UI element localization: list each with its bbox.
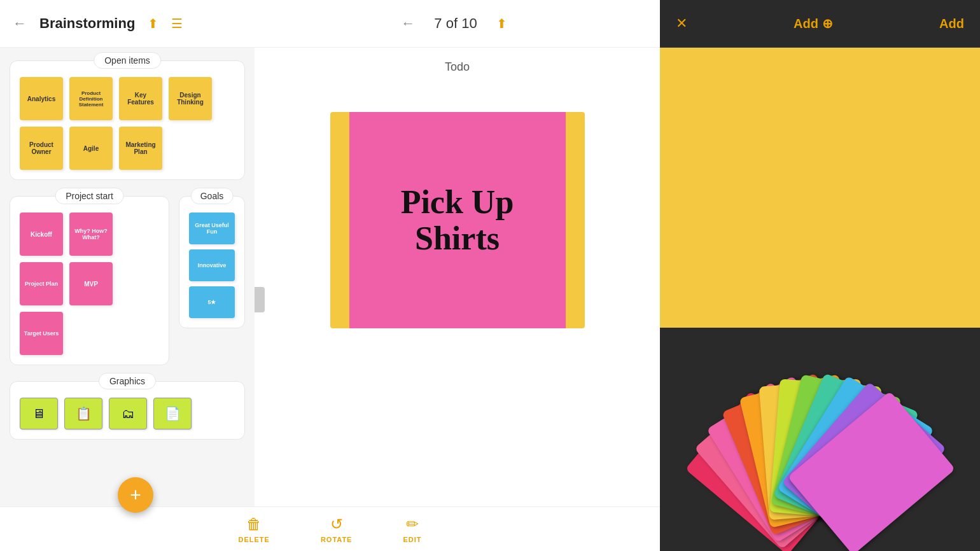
canvas-area: Todo Pick UpShirts [255,48,660,551]
delete-label: DELETE [238,536,269,543]
page-title: Brainstorming [39,15,135,32]
list-item[interactable]: Analytics [20,77,63,120]
open-items-grid: Analytics Product Definition Statement K… [20,71,235,170]
open-items-section: Open items Analytics Product Definition … [10,60,245,180]
goals-board: Goals Great Useful Fun Innovative 5★ [179,196,245,328]
canvas-side-right [566,112,585,328]
graphics-section: Graphics 🖥 📋 🗂 📄 [10,381,245,440]
project-start-section: Project start Kickoff Why? How? What? Pr… [10,196,169,365]
share-icon[interactable]: ⬆ [148,16,158,31]
list-item[interactable]: Product Definition Statement [69,77,113,120]
list-item[interactable]: Great Useful Fun [189,213,235,244]
edit-label: EDIT [403,536,421,543]
project-grid: Kickoff Why? How? What? Project Plan MVP… [20,206,159,355]
list-item[interactable]: Kickoff [20,213,63,256]
add-label-text: Add [794,17,818,31]
bottom-toolbar: 🗑 DELETE ↺ ROTATE ✏ EDIT [0,506,660,551]
graphics-thumbnails: 🖥 📋 🗂 📄 [20,391,235,429]
list-item[interactable]: Product Owner [20,127,63,170]
color-palette-area [660,328,980,551]
project-goals-row: Project start Kickoff Why? How? What? Pr… [10,196,245,365]
list-item[interactable]: Design Thinking [169,77,212,120]
sidebar: Open items Analytics Product Definition … [0,48,255,551]
list-item[interactable]: Project Plan [20,262,63,305]
graphics-label: Graphics [99,373,156,389]
add-fab-button[interactable]: + [118,477,153,513]
edit-icon: ✏ [406,515,419,533]
graphics-board: Graphics 🖥 📋 🗂 📄 [10,381,245,440]
todo-label: Todo [445,60,470,74]
list-item[interactable]: Agile [69,127,113,170]
delete-icon: 🗑 [246,515,262,533]
rotate-button[interactable]: ↺ ROTATE [321,515,353,543]
back-button[interactable]: ← [13,15,27,32]
nav-counter: 7 of 10 [434,15,477,32]
goals-section: Goals Great Useful Fun Innovative 5★ [179,196,245,365]
nav-share-icon[interactable]: ⬆ [496,16,507,31]
list-item[interactable]: 🖥 [20,398,58,429]
list-item[interactable]: Why? How? What? [69,213,113,256]
list-item[interactable]: Innovative [189,249,235,281]
color-fan [699,363,941,516]
project-start-board: Project start Kickoff Why? How? What? Pr… [10,196,169,365]
delete-button[interactable]: 🗑 DELETE [238,515,269,543]
add-icon: ⊕ [822,16,833,31]
top-bar: ← Brainstorming ⬆ ☰ ← 7 of 10 ⬆ [0,0,660,48]
left-panel: ← Brainstorming ⬆ ☰ ← 7 of 10 ⬆ Open ite… [0,0,660,551]
nav-back-button[interactable]: ← [401,15,415,32]
close-button[interactable]: ✕ [676,15,687,32]
right-top-bar: ✕ Add ⊕ Add [660,0,980,48]
right-panel: ✕ Add ⊕ Add [660,0,980,551]
rotate-label: ROTATE [321,536,353,543]
add-panel-button[interactable]: Add ⊕ [794,16,833,31]
canvas-side-left [330,112,349,328]
open-items-label: Open items [94,52,161,69]
list-item[interactable]: 5★ [189,286,235,318]
list-item[interactable]: 📄 [153,398,192,429]
list-icon[interactable]: ☰ [171,16,183,31]
edit-button[interactable]: ✏ EDIT [403,515,421,543]
list-item[interactable]: Key Features [119,77,162,120]
rotate-icon: ↺ [330,515,343,533]
list-item[interactable]: 🗂 [109,398,147,429]
list-item[interactable]: Marketing Plan [119,127,162,170]
goals-grid: Great Useful Fun Innovative 5★ [189,206,235,318]
canvas-sticky-container: Pick UpShirts [330,112,585,328]
top-bar-center: ← 7 of 10 ⬆ [299,15,609,32]
list-item[interactable]: 📋 [64,398,102,429]
main-content: Open items Analytics Product Definition … [0,48,660,551]
top-bar-left: ← Brainstorming ⬆ ☰ [13,15,299,32]
list-item[interactable]: MVP [69,262,113,305]
project-start-label: Project start [55,188,124,204]
yellow-preview-area [660,48,980,328]
open-items-board: Open items Analytics Product Definition … [10,60,245,180]
goals-label: Goals [191,188,234,204]
add-right-button[interactable]: Add [939,17,964,31]
canvas-main-sticky[interactable]: Pick UpShirts [349,112,566,328]
list-item[interactable]: Target Users [20,312,63,355]
slide-handle[interactable] [255,287,265,312]
